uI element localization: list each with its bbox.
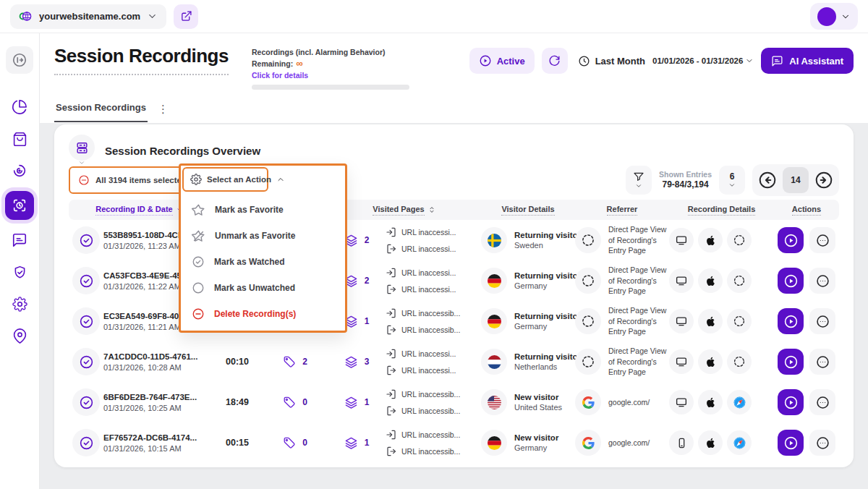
exit-url[interactable]: URL inaccessi... xyxy=(386,365,481,376)
column-visited-pages[interactable]: Visited Pages xyxy=(328,205,481,216)
sidebar-collapse-button[interactable] xyxy=(6,46,33,74)
play-recording-button[interactable] xyxy=(778,268,804,294)
sidebar-item[interactable] xyxy=(5,156,34,185)
current-page[interactable]: 14 xyxy=(783,167,809,193)
referrer-text: Direct Page View of Recording's Entry Pa… xyxy=(608,265,669,297)
row-checkbox[interactable] xyxy=(79,354,94,370)
previous-page-button[interactable] xyxy=(756,169,779,192)
entry-url[interactable]: URL inaccessib... xyxy=(386,388,481,400)
entry-url[interactable]: URL inaccessi... xyxy=(386,267,481,278)
sidebar-item[interactable] xyxy=(5,124,34,153)
play-recording-button[interactable] xyxy=(778,227,804,253)
action-menu-item[interactable]: Mark as Favorite xyxy=(181,197,345,223)
ellipsis-circle-icon xyxy=(815,395,830,410)
tags-count: 0 xyxy=(302,438,307,448)
tags-count-cell: 0 xyxy=(263,436,328,449)
overview-section-button[interactable] xyxy=(69,135,95,161)
action-menu-item[interactable]: Mark as Unwatched xyxy=(181,275,345,301)
sidebar-item[interactable] xyxy=(5,191,34,220)
play-recording-button[interactable] xyxy=(778,349,804,375)
exit-url-icon xyxy=(386,324,397,336)
sidebar-item[interactable] xyxy=(5,93,34,122)
collapse-icon xyxy=(12,52,27,68)
recording-id[interactable]: 7A1CDDC0-11D5-4761... xyxy=(103,352,212,361)
row-checkbox[interactable] xyxy=(79,395,94,410)
entry-url[interactable]: URL inaccessi... xyxy=(386,348,481,360)
exit-url[interactable]: URL inaccessib... xyxy=(386,446,481,457)
country-flag-icon xyxy=(488,315,501,328)
action-menu-item-icon xyxy=(192,281,205,294)
visited-pages-count: 1 xyxy=(365,438,370,448)
action-menu-item[interactable]: Mark as Watched xyxy=(181,249,345,275)
play-recording-button[interactable] xyxy=(778,389,804,415)
page-size-selector[interactable]: 6 xyxy=(719,166,745,195)
recording-id[interactable]: EF76572A-DC6B-4174... xyxy=(103,433,212,442)
column-recording-details[interactable]: Recording Details xyxy=(669,205,774,216)
tab-options-kebab-icon[interactable]: ⋮ xyxy=(158,103,169,114)
column-visitor-details[interactable]: Visitor Details xyxy=(481,205,575,216)
period-label: Last Month xyxy=(595,56,645,67)
action-menu-item-label: Delete Recording(s) xyxy=(214,309,296,319)
main-content: Session Recordings Recordings (incl. Ala… xyxy=(40,33,868,489)
row-checkbox[interactable] xyxy=(79,273,94,289)
sidebar-item-icon xyxy=(12,265,27,280)
exit-url-icon xyxy=(386,284,397,295)
row-checkbox[interactable] xyxy=(79,314,94,329)
sidebar-item[interactable] xyxy=(5,321,34,350)
column-actions[interactable]: Actions xyxy=(774,205,839,216)
action-menu-item[interactable]: Unmark as Favorite xyxy=(181,223,345,249)
sidebar-item[interactable] xyxy=(5,289,34,318)
date-range-picker[interactable]: 01/01/2026 - 01/31/2026 xyxy=(652,56,754,65)
visitor-country: Netherlands xyxy=(514,362,581,371)
sidebar-item[interactable] xyxy=(5,226,34,255)
sidebar-item[interactable] xyxy=(5,258,34,286)
row-checkbox[interactable] xyxy=(79,435,94,451)
referrer-icon xyxy=(581,233,595,247)
referrer-text: google.com/ xyxy=(608,438,650,448)
visited-pages-count: 2 xyxy=(365,276,370,286)
next-page-button[interactable] xyxy=(812,169,835,192)
account-menu[interactable] xyxy=(810,3,858,30)
device-icon xyxy=(675,396,688,409)
ellipsis-circle-icon xyxy=(815,354,830,370)
filter-button[interactable] xyxy=(626,166,652,195)
open-website-button[interactable] xyxy=(174,4,198,29)
topbar: yourwebsitename.com xyxy=(0,0,868,33)
visited-pages-count: 1 xyxy=(365,316,370,326)
entry-url[interactable]: URL inaccessib... xyxy=(386,307,481,319)
active-filter-button[interactable]: Active xyxy=(469,48,535,74)
entry-url[interactable]: URL inaccessi... xyxy=(386,226,481,238)
action-menu-item[interactable]: Delete Recording(s) xyxy=(181,301,345,327)
tab-session-recordings[interactable]: Session Recordings xyxy=(54,102,148,122)
website-selector[interactable]: yourwebsitename.com xyxy=(10,4,166,29)
row-more-button[interactable] xyxy=(809,308,835,334)
exit-url[interactable]: URL inaccessib... xyxy=(386,405,481,417)
row-more-button[interactable] xyxy=(809,268,835,294)
device-icon xyxy=(675,315,688,328)
exit-url[interactable]: URL inaccessib... xyxy=(386,324,481,336)
select-action-dropdown[interactable]: Select an Action xyxy=(182,167,268,192)
refresh-button[interactable] xyxy=(542,48,568,74)
row-more-button[interactable] xyxy=(809,349,835,375)
play-recording-button[interactable] xyxy=(778,308,804,334)
action-menu-item-label: Mark as Favorite xyxy=(215,205,284,215)
column-referrer[interactable]: Referrer xyxy=(575,205,669,216)
row-checkbox[interactable] xyxy=(79,233,94,248)
period-selector[interactable]: Last Month xyxy=(578,55,645,67)
recordings-remaining: Recordings (incl. Alarming Behavior) Rem… xyxy=(252,45,417,90)
recording-id[interactable]: 6BF6DE2B-764F-473E... xyxy=(103,393,212,401)
entry-url[interactable]: URL inaccessib... xyxy=(386,429,481,441)
row-more-button[interactable] xyxy=(809,389,835,415)
play-recording-button[interactable] xyxy=(778,430,804,456)
funnel-icon xyxy=(633,171,644,182)
country-flag-icon xyxy=(488,396,501,409)
row-more-button[interactable] xyxy=(809,430,835,456)
app-window: yourwebsitename.com xyxy=(0,0,868,489)
exit-url[interactable]: URL inaccessi... xyxy=(386,243,481,255)
details-link[interactable]: Click for details xyxy=(252,71,417,80)
row-more-button[interactable] xyxy=(809,227,835,253)
ai-assistant-button[interactable]: AI Assistant xyxy=(761,48,854,74)
exit-url[interactable]: URL inaccessi... xyxy=(386,284,481,295)
entry-url-icon xyxy=(386,226,397,238)
sort-icon xyxy=(427,205,436,214)
